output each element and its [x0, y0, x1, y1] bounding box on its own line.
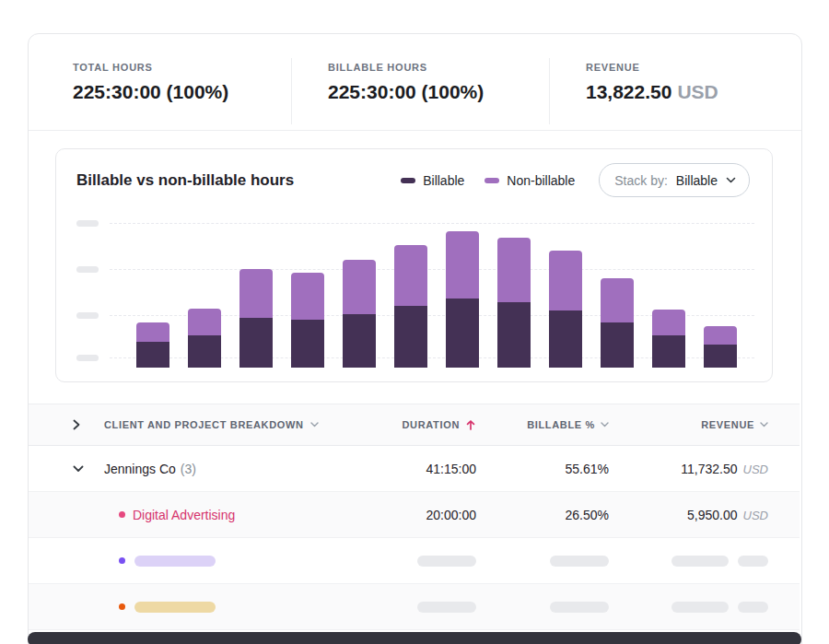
stacked-bar-chart	[76, 214, 754, 368]
non-billable-segment	[704, 326, 737, 345]
stacked-bar-7[interactable]	[446, 231, 479, 368]
stacked-bar-8[interactable]	[497, 238, 531, 368]
billable-chart-card: Billable vs non-billable hours Billable …	[55, 148, 773, 382]
header-client-project[interactable]: CLIENT AND PROJECT BREAKDOWN	[104, 419, 319, 430]
chevron-down-icon	[726, 177, 736, 183]
stat-label: BILLABLE HOURS	[328, 62, 549, 73]
cell-billable-pct: 26.50%	[476, 508, 609, 522]
skeleton-pill	[671, 602, 729, 613]
chart-legend: Billable Non-billable	[401, 173, 575, 188]
stacked-bar-2[interactable]	[188, 309, 221, 368]
client-name: Jennings Co	[104, 462, 176, 476]
non-billable-segment	[291, 273, 324, 320]
skeleton-name-pill	[134, 556, 216, 567]
billable-segment	[497, 302, 531, 368]
non-billable-segment	[136, 322, 169, 342]
legend-item-non-billable[interactable]: Non-billable	[485, 173, 575, 188]
project-name-link[interactable]: Digital Advertising	[133, 508, 235, 522]
y-axis-skeleton-tick	[76, 355, 99, 361]
non-billable-legend-dot-icon	[485, 178, 499, 183]
cell-revenue: 5,950.00USD	[609, 508, 768, 522]
skeleton-pill	[550, 602, 609, 613]
y-axis-skeleton-tick	[76, 220, 99, 227]
revenue-currency: USD	[677, 81, 718, 102]
legend-label: Non-billable	[507, 173, 575, 188]
stat-value: 13,822.50USD	[586, 81, 801, 103]
skeleton-pill	[738, 556, 768, 567]
project-dot-icon	[119, 511, 125, 518]
cell-duration: 41:15:00	[329, 462, 476, 476]
stacked-bar-9[interactable]	[549, 251, 582, 368]
stat-label: REVENUE	[586, 62, 801, 73]
collapse-group-button[interactable]	[29, 465, 84, 473]
stack-by-label: Stack by:	[614, 173, 668, 188]
header-revenue[interactable]: REVENUE	[609, 419, 768, 430]
stacked-bar-11[interactable]	[652, 310, 685, 368]
billable-segment	[446, 299, 479, 368]
non-billable-segment	[239, 269, 273, 318]
billable-segment	[652, 335, 685, 368]
table-row-skeleton	[29, 584, 800, 630]
billable-segment	[291, 320, 324, 368]
stacked-bar-5[interactable]	[343, 260, 376, 368]
skeleton-pill	[671, 556, 729, 567]
revenue-currency: USD	[743, 509, 768, 522]
chevron-down-icon	[760, 422, 768, 427]
table-row-skeleton	[29, 538, 800, 584]
non-billable-segment	[343, 260, 376, 314]
billable-segment	[549, 310, 582, 368]
stacked-bar-12[interactable]	[704, 326, 737, 368]
y-axis-skeleton-tick	[76, 312, 99, 319]
billable-segment	[188, 335, 221, 368]
non-billable-segment	[601, 278, 634, 322]
billable-segment	[136, 342, 169, 368]
skeleton-pill	[738, 602, 768, 613]
chart-header: Billable vs non-billable hours Billable …	[56, 149, 772, 197]
header-label: REVENUE	[701, 419, 754, 430]
cell-duration: 20:00:00	[329, 508, 476, 522]
stat-total-hours: TOTAL HOURS 225:30:00 (100%)	[29, 34, 291, 130]
header-label: DURATION	[402, 419, 460, 430]
stacked-bar-3[interactable]	[239, 269, 273, 368]
stacked-bar-1[interactable]	[136, 322, 169, 368]
non-billable-segment	[549, 251, 582, 310]
billable-legend-dot-icon	[401, 178, 415, 183]
table-row-project-digital-advertising[interactable]: Digital Advertising 20:00:00 26.50% 5,95…	[29, 492, 800, 538]
table-row-group-jennings[interactable]: Jennings Co (3) 41:15:00 55.61% 11,732.5…	[29, 446, 800, 492]
sort-asc-icon	[465, 419, 476, 431]
non-billable-segment	[188, 309, 221, 335]
stacked-bar-10[interactable]	[601, 278, 634, 368]
report-card: TOTAL HOURS 225:30:00 (100%) BILLABLE HO…	[28, 33, 802, 644]
non-billable-segment	[652, 310, 685, 335]
stacked-bar-4[interactable]	[291, 273, 324, 368]
chart-title: Billable vs non-billable hours	[76, 171, 401, 190]
billable-segment	[601, 322, 634, 368]
stat-label: TOTAL HOURS	[73, 62, 291, 73]
revenue-amount: 13,822.50	[586, 81, 671, 102]
table-header-row: CLIENT AND PROJECT BREAKDOWN DURATION	[29, 404, 800, 446]
legend-label: Billable	[423, 173, 464, 188]
chevron-right-icon	[73, 419, 80, 430]
project-count: (3)	[181, 462, 196, 476]
collapse-all-button[interactable]	[29, 419, 80, 430]
chevron-down-icon	[601, 422, 609, 427]
header-billable-pct[interactable]: BILLABLE %	[476, 419, 609, 430]
chevron-down-icon	[310, 422, 319, 427]
billable-segment	[343, 314, 376, 368]
revenue-currency: USD	[743, 463, 768, 476]
skeleton-pill	[417, 556, 476, 567]
non-billable-segment	[394, 245, 427, 306]
skeleton-name-pill	[134, 602, 216, 613]
stack-by-dropdown[interactable]: Stack by: Billable	[599, 163, 750, 197]
legend-item-billable[interactable]: Billable	[401, 173, 464, 188]
stat-value: 225:30:00 (100%)	[73, 81, 291, 103]
billable-segment	[239, 318, 273, 368]
billable-segment	[394, 306, 427, 368]
stat-billable-hours: BILLABLE HOURS 225:30:00 (100%)	[291, 34, 549, 130]
header-duration[interactable]: DURATION	[329, 419, 476, 431]
revenue-amount: 11,732.50	[681, 462, 737, 476]
cell-billable-pct: 55.61%	[476, 462, 609, 476]
non-billable-segment	[497, 238, 531, 302]
stacked-bar-6[interactable]	[394, 245, 427, 368]
cell-revenue: 11,732.50USD	[609, 462, 768, 476]
